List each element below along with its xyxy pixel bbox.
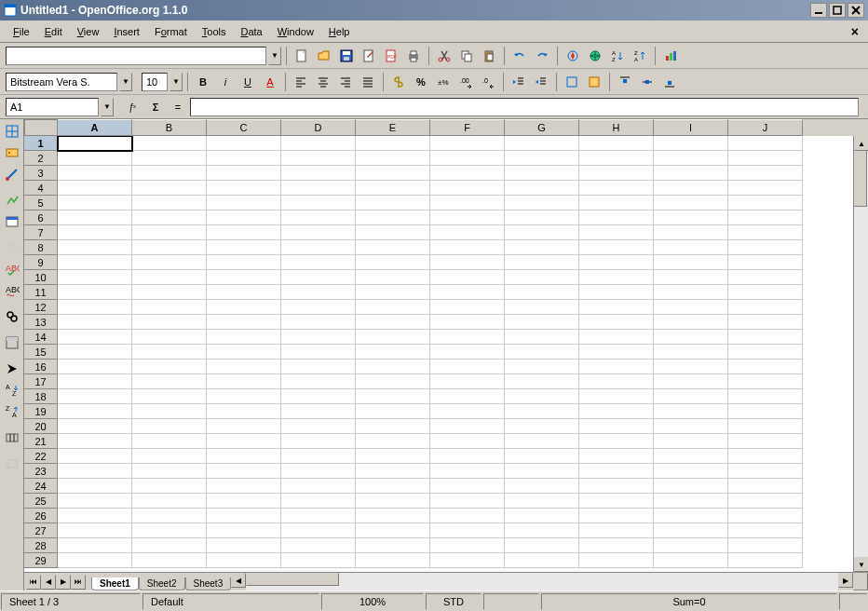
export-pdf-icon[interactable]: PDF: [381, 46, 401, 66]
cell-D2[interactable]: [281, 151, 356, 166]
cell-C5[interactable]: [207, 196, 281, 210]
align-left-icon[interactable]: [291, 72, 311, 92]
cell-H22[interactable]: [579, 449, 654, 464]
cell-F25[interactable]: [430, 494, 505, 509]
next-sheet-icon[interactable]: ▶: [56, 575, 71, 590]
cell-C12[interactable]: [207, 300, 281, 315]
cell-H8[interactable]: [579, 240, 654, 255]
cell-J12[interactable]: [728, 300, 803, 315]
cell-I16[interactable]: [654, 360, 728, 374]
cell-C8[interactable]: [207, 240, 281, 255]
cell-D3[interactable]: [281, 166, 356, 181]
col-header-G[interactable]: G: [505, 119, 579, 136]
find-icon[interactable]: [2, 306, 22, 327]
cell-E8[interactable]: [356, 240, 430, 255]
cell-B22[interactable]: [132, 449, 207, 464]
cell-B17[interactable]: [132, 374, 207, 389]
copy-icon[interactable]: [456, 46, 477, 66]
cell-ref-dropdown[interactable]: ▼: [101, 98, 114, 116]
cell-C27[interactable]: [207, 523, 281, 538]
cell-I24[interactable]: [654, 479, 728, 494]
cell-A17[interactable]: [58, 374, 132, 389]
font-size-dropdown[interactable]: ▼: [170, 73, 183, 91]
cell-F2[interactable]: [430, 151, 505, 166]
cell-F3[interactable]: [430, 166, 505, 181]
row-header-14[interactable]: 14: [24, 330, 58, 345]
cell-F5[interactable]: [430, 196, 505, 210]
redo-icon[interactable]: [532, 46, 552, 66]
cell-J17[interactable]: [728, 374, 803, 389]
status-mode[interactable]: STD: [426, 593, 481, 610]
cell-A29[interactable]: [58, 553, 132, 568]
cell-J26[interactable]: [728, 509, 803, 523]
cell-I9[interactable]: [654, 255, 728, 270]
row-header-17[interactable]: 17: [24, 374, 58, 389]
cell-E17[interactable]: [356, 374, 430, 389]
cell-A27[interactable]: [58, 523, 132, 538]
row-header-13[interactable]: 13: [24, 315, 58, 330]
cell-I4[interactable]: [654, 181, 728, 196]
cell-H26[interactable]: [579, 509, 654, 523]
cell-C22[interactable]: [207, 449, 281, 464]
cell-E5[interactable]: [356, 196, 430, 210]
cell-F13[interactable]: [430, 315, 505, 330]
cell-I25[interactable]: [654, 494, 728, 509]
align-top-icon[interactable]: [615, 72, 635, 92]
cell-J5[interactable]: [728, 196, 803, 210]
cell-H19[interactable]: [579, 404, 654, 419]
cell-G27[interactable]: [505, 523, 579, 538]
cell-D8[interactable]: [281, 240, 356, 255]
row-header-27[interactable]: 27: [24, 523, 58, 538]
cell-D29[interactable]: [281, 553, 356, 568]
cell-H9[interactable]: [579, 255, 654, 270]
edit-doc-icon[interactable]: [359, 46, 379, 66]
col-header-H[interactable]: H: [579, 119, 654, 136]
col-header-J[interactable]: J: [728, 119, 803, 136]
cell-F28[interactable]: [430, 538, 505, 553]
sort-za-icon[interactable]: ZA: [2, 401, 22, 422]
cell-B23[interactable]: [132, 464, 207, 479]
cell-E2[interactable]: [356, 151, 430, 166]
cell-B13[interactable]: [132, 315, 207, 330]
col-header-I[interactable]: I: [654, 119, 728, 136]
cell-B14[interactable]: [132, 330, 207, 345]
row-header-6[interactable]: 6: [24, 210, 58, 225]
navigator-icon[interactable]: [563, 46, 583, 66]
cell-I22[interactable]: [654, 449, 728, 464]
cell-G15[interactable]: [505, 345, 579, 360]
cell-D18[interactable]: [281, 389, 356, 404]
cell-D15[interactable]: [281, 345, 356, 360]
percent-icon[interactable]: %: [411, 72, 431, 92]
row-header-8[interactable]: 8: [24, 240, 58, 255]
cell-B15[interactable]: [132, 345, 207, 360]
cell-E9[interactable]: [356, 255, 430, 270]
cell-A15[interactable]: [58, 345, 132, 360]
add-decimal-icon[interactable]: .00: [455, 72, 476, 92]
font-name-dropdown[interactable]: ▼: [119, 73, 132, 91]
cell-C29[interactable]: [207, 553, 281, 568]
doc-close-icon[interactable]: ×: [848, 24, 862, 39]
cell-H25[interactable]: [579, 494, 654, 509]
chart-icon[interactable]: [660, 46, 681, 66]
cell-J9[interactable]: [728, 255, 803, 270]
cell-I1[interactable]: [654, 136, 728, 151]
cell-F23[interactable]: [430, 464, 505, 479]
cell-D16[interactable]: [281, 360, 356, 374]
cell-B3[interactable]: [132, 166, 207, 181]
row-header-16[interactable]: 16: [24, 360, 58, 374]
cell-F17[interactable]: [430, 374, 505, 389]
equals-icon[interactable]: =: [168, 97, 188, 117]
row-header-21[interactable]: 21: [24, 434, 58, 449]
cell-H12[interactable]: [579, 300, 654, 315]
cell-D10[interactable]: [281, 270, 356, 285]
cell-I28[interactable]: [654, 538, 728, 553]
cell-A5[interactable]: [58, 196, 132, 210]
menu-format[interactable]: Format: [147, 24, 195, 39]
cell-A19[interactable]: [58, 404, 132, 419]
cell-H3[interactable]: [579, 166, 654, 181]
cell-B25[interactable]: [132, 494, 207, 509]
align-center-icon[interactable]: [313, 72, 333, 92]
cell-C7[interactable]: [207, 225, 281, 240]
cell-G4[interactable]: [505, 181, 579, 196]
cell-H27[interactable]: [579, 523, 654, 538]
